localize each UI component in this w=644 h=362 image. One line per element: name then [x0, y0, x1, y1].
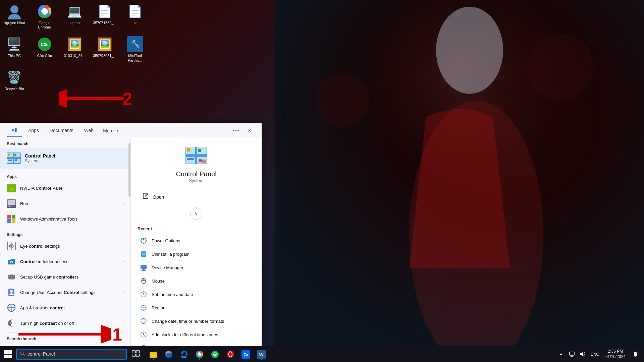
- tab-more[interactable]: More ▼: [100, 125, 122, 136]
- recent-change-date-format[interactable]: Change date, time or number formats: [138, 314, 255, 328]
- web-search-icon: [7, 346, 16, 346]
- recent-region[interactable]: Region: [138, 301, 255, 314]
- taskbar-edge[interactable]: [177, 347, 192, 362]
- svg-line-111: [23, 354, 24, 356]
- expand-button[interactable]: ∨: [190, 207, 202, 220]
- menu-item-change-uac[interactable]: Change User Account Control settings ›: [0, 285, 130, 300]
- change-uac-chevron-icon: ›: [122, 290, 124, 295]
- menu-item-usb-game[interactable]: Set up USB game controllers ›: [0, 269, 130, 285]
- taskbar-firefox[interactable]: [161, 347, 176, 362]
- dot3: [237, 130, 239, 131]
- best-match-header: Best match: [0, 138, 130, 148]
- desktop-icon-uid[interactable]: 📄 uid: [122, 2, 148, 31]
- volume-icon[interactable]: [578, 350, 587, 359]
- taskbar-word[interactable]: W: [254, 347, 269, 362]
- menu-item-app-browser[interactable]: App & browser control ›: [0, 300, 130, 315]
- uid-label: uid: [132, 21, 138, 25]
- recent-uninstall[interactable]: Uninstall a program: [138, 247, 255, 261]
- taskbar-search-box[interactable]: control Panel: [16, 349, 127, 360]
- start-menu-body: Best match: [0, 138, 262, 346]
- tab-more-dots[interactable]: [230, 127, 241, 134]
- menu-left-panel: Best match: [0, 138, 131, 346]
- chrome-active-dot: [199, 359, 200, 360]
- tab-all[interactable]: All: [7, 124, 22, 137]
- desktop-icon-coccoc[interactable]: Cốc Cốc Cốc: [32, 35, 57, 64]
- svg-rect-39: [12, 215, 15, 219]
- desktop-icon-minitool[interactable]: 🔧 MiniTool Partitio...: [122, 35, 148, 64]
- svg-rect-80: [187, 158, 194, 160]
- taskbar-search-icon: [20, 351, 25, 357]
- menu-item-eye-control[interactable]: Eye control settings ›: [0, 238, 130, 254]
- annotation-arrow-2-container: 2: [59, 88, 132, 110]
- open-button[interactable]: Open: [138, 190, 255, 204]
- tab-web[interactable]: Web: [79, 124, 99, 137]
- menu-item-controlled-folder[interactable]: Controlled folder access ›: [0, 254, 130, 269]
- svg-rect-27: [14, 159, 20, 163]
- tab-documents[interactable]: Documents: [45, 124, 78, 137]
- app-large-display: Control Panel System: [138, 145, 255, 183]
- taskbar-chrome[interactable]: [192, 347, 207, 362]
- desktop-icon-310310[interactable]: 🖼️ 310310_24...: [62, 35, 87, 64]
- task-view-button[interactable]: [128, 347, 143, 362]
- app-browser-icon: [7, 303, 16, 312]
- taskbar-clock[interactable]: 2:35 PM 01/10/2024: [603, 349, 628, 359]
- add-clocks-label: Add clocks for different time zones: [152, 332, 218, 337]
- svg-rect-108: [4, 355, 8, 358]
- recycle-bin-label: Recycle Bin: [4, 87, 24, 91]
- edge-icon: [179, 350, 189, 359]
- scroll-track[interactable]: [128, 138, 130, 346]
- recent-set-time[interactable]: Set the time and date: [138, 288, 255, 301]
- svg-text:Cốc: Cốc: [41, 42, 48, 47]
- img-350798-icon: 🖼️: [97, 36, 113, 52]
- best-match-item[interactable]: Control Panel System: [0, 148, 130, 169]
- usb-game-label: Set up USB game controllers: [20, 275, 122, 280]
- desktop-icon-357[interactable]: 📄 357071589_...: [92, 2, 117, 31]
- coccoc-label: Cốc Cốc: [37, 54, 52, 58]
- desktop-icon-recycle-bin[interactable]: 🗑️ Recycle Bin: [2, 68, 27, 93]
- tab-apps[interactable]: Apps: [23, 124, 44, 137]
- svg-rect-118: [151, 355, 155, 356]
- laptop-label: laptop: [70, 21, 80, 25]
- recent-device-manager[interactable]: Device Manager: [138, 261, 255, 274]
- recent-change-timezone[interactable]: Change the time zone: [138, 341, 255, 346]
- taskbar-opera[interactable]: [223, 347, 238, 362]
- minitool-icon: 🔧: [127, 36, 143, 52]
- taskbar-zalo[interactable]: Za: [238, 347, 253, 362]
- desktop-icon-nguyen-nhat[interactable]: Nguyen Nhat: [2, 2, 27, 31]
- separator-1: [7, 170, 124, 170]
- recent-power-options[interactable]: Power Options: [138, 234, 255, 247]
- svg-rect-28: [8, 154, 10, 156]
- file-explorer-icon: [149, 350, 158, 359]
- desktop-icon-laptop[interactable]: 💻 laptop: [62, 2, 87, 31]
- taskbar-file-explorer[interactable]: [146, 347, 161, 362]
- annotation-number-2: 2: [122, 90, 132, 108]
- desktop-icon-this-pc[interactable]: 🖥️ This PC: [2, 35, 27, 64]
- language-indicator[interactable]: ENG: [589, 352, 601, 357]
- desktop-icon-google-chrome[interactable]: Google Chrome: [32, 2, 57, 31]
- start-button[interactable]: [0, 346, 16, 362]
- controlled-folder-chevron-icon: ›: [122, 259, 124, 264]
- menu-item-windows-admin[interactable]: Windows Administrative Tools ›: [0, 211, 130, 227]
- notification-button[interactable]: [630, 349, 641, 360]
- network-icon[interactable]: [567, 350, 577, 359]
- uid-icon: 📄: [127, 3, 143, 19]
- dot2: [235, 130, 236, 131]
- svg-rect-38: [7, 215, 11, 219]
- eye-control-label: Eye control settings: [20, 244, 122, 249]
- eye-control-chevron-icon: ›: [122, 244, 124, 248]
- menu-item-run[interactable]: Run ›: [0, 196, 130, 211]
- start-menu-close-button[interactable]: ×: [244, 125, 255, 136]
- menu-item-nvidia[interactable]: NV NVIDIA Control Panel ›: [0, 180, 130, 196]
- recent-mouse[interactable]: Mouse: [138, 274, 255, 288]
- laptop-icon: 💻: [67, 3, 83, 19]
- taskbar-spotify[interactable]: [208, 347, 222, 362]
- show-hidden-icons-button[interactable]: [556, 350, 566, 359]
- change-timezone-icon: [140, 344, 148, 346]
- menu-left-inner: Best match: [0, 138, 130, 346]
- spotify-icon: [210, 350, 220, 359]
- power-options-label: Power Options: [152, 238, 180, 243]
- recent-add-clocks[interactable]: Add clocks for different time zones: [138, 328, 255, 341]
- desktop-icon-350798[interactable]: 🖼️ 350798081_...: [92, 35, 117, 64]
- uninstall-icon: [140, 250, 148, 258]
- svg-point-120: [167, 353, 170, 356]
